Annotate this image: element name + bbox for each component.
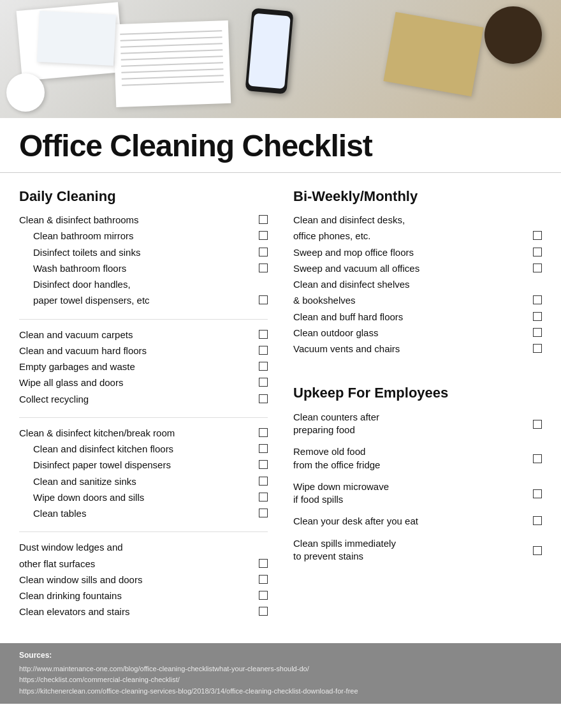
list-item: Clean your desk after you eat [293,515,542,528]
list-item: paper towel dispensers, etc [19,294,268,307]
checkbox[interactable] [259,477,268,486]
list-item: Clean and vacuum hard floors [19,345,268,357]
checkbox[interactable] [533,546,542,555]
list-item: Sweep and vacuum all offices [293,262,542,275]
paper-decoration [113,20,231,107]
checkbox[interactable] [533,420,542,429]
divider [19,417,268,418]
coffee-right-decoration [484,6,542,64]
list-item: Clean tables [19,507,268,520]
list-item: Wash bathroom floors [19,262,268,275]
list-item: Empty garbages and waste [19,360,268,373]
main-content: Daily Cleaning Clean & disinfect bathroo… [0,173,561,643]
checkbox[interactable] [533,248,542,256]
divider [19,531,268,532]
list-item: Disinfect paper towel dispensers [19,459,268,472]
checkbox[interactable] [533,489,542,498]
list-item: Clean and disinfect desks, [293,214,542,227]
footer: Sources: http://www.maintenance-one.com/… [0,643,561,704]
checkbox[interactable] [259,575,268,584]
checkbox[interactable] [259,559,268,568]
checkbox[interactable] [259,295,268,304]
checkbox[interactable] [533,516,542,525]
list-item: Wipe down microwaveif food spills [293,480,542,507]
daily-cleaning-heading: Daily Cleaning [19,188,268,205]
checkbox[interactable] [259,394,268,403]
checkbox[interactable] [533,454,542,463]
list-item: Clean outdoor glass [293,327,542,339]
list-item: office phones, etc. [293,230,542,242]
sources-label: Sources: [19,650,542,662]
checkbox[interactable] [259,591,268,600]
list-item: Remove old foodfrom the office fridge [293,445,542,472]
checkbox[interactable] [259,444,268,453]
checkbox[interactable] [259,509,268,517]
list-item: Wipe all glass and doors [19,376,268,389]
biweekly-heading: Bi-Weekly/Monthly [293,188,542,205]
list-item: Dust window ledges and [19,541,268,554]
checkbox[interactable] [259,346,268,355]
upkeep-heading: Upkeep For Employees [293,385,542,401]
checkbox[interactable] [533,264,542,272]
checkbox[interactable] [259,215,268,224]
list-item: Clean window sills and doors [19,574,268,586]
source-link-2: https://checklist.com/commercial-cleanin… [19,674,542,686]
list-item: Collect recycling [19,393,268,406]
bathrooms-group: Clean & disinfect bathrooms Clean bathro… [19,214,268,308]
checkbox[interactable] [533,312,542,321]
title-bar: Office Cleaning Checklist [0,118,561,173]
list-item: Clean and sanitize sinks [19,475,268,488]
checkbox[interactable] [259,330,268,339]
checkbox[interactable] [533,295,542,304]
header-photo [0,0,561,118]
list-item: Clean spills immediatelyto prevent stain… [293,537,542,563]
list-item: Disinfect toilets and sinks [19,246,268,259]
list-item: Vacuum vents and chairs [293,343,542,355]
page-title: Office Cleaning Checklist [19,130,542,163]
list-item: Clean and disinfect kitchen floors [19,443,268,456]
checkbox[interactable] [259,460,268,469]
checkbox[interactable] [533,231,542,240]
list-item: Sweep and mop office floors [293,246,542,259]
checkbox[interactable] [259,248,268,256]
paper-right-decoration [384,12,484,97]
windows-group: Dust window ledges and other flat surfac… [19,541,268,618]
biweekly-group: Clean and disinfect desks, office phones… [293,214,542,355]
checkbox[interactable] [533,344,542,353]
list-item: Wipe down doors and sills [19,491,268,504]
list-item: Clean elevators and stairs [19,605,268,618]
list-item: Disinfect door handles, [19,278,268,291]
left-column: Daily Cleaning Clean & disinfect bathroo… [19,188,268,630]
list-item: Clean drinking fountains [19,590,268,602]
list-item: Clean & disinfect kitchen/break room [19,427,268,440]
list-item: Clean and buff hard floors [293,311,542,323]
kitchen-group: Clean & disinfect kitchen/break room Cle… [19,427,268,521]
checkbox[interactable] [259,264,268,272]
checkbox[interactable] [259,607,268,616]
coffee-cup-decoration [6,73,45,112]
checkbox[interactable] [533,328,542,337]
list-item: Clean bathroom mirrors [19,230,268,242]
checkbox[interactable] [259,378,268,387]
list-item: Clean counters afterpreparing food [293,411,542,437]
carpets-group: Clean and vacuum carpets Clean and vacuu… [19,329,268,406]
checkbox[interactable] [259,428,268,437]
checkbox[interactable] [259,362,268,371]
checkbox[interactable] [259,493,268,501]
source-link-3: https://kitchenerclean.com/office-cleani… [19,686,542,697]
phone-decoration [245,8,293,94]
list-item: Clean and vacuum carpets [19,329,268,341]
checkbox[interactable] [259,231,268,240]
right-column: Bi-Weekly/Monthly Clean and disinfect de… [293,188,542,630]
list-item: & bookshelves [293,294,542,307]
source-link-1: http://www.maintenance-one.com/blog/offi… [19,664,542,675]
list-item: other flat surfaces [19,558,268,570]
list-item: Clean & disinfect bathrooms [19,214,268,227]
list-item: Clean and disinfect shelves [293,278,542,291]
upkeep-group: Clean counters afterpreparing food Remov… [293,411,542,563]
divider [19,319,268,320]
